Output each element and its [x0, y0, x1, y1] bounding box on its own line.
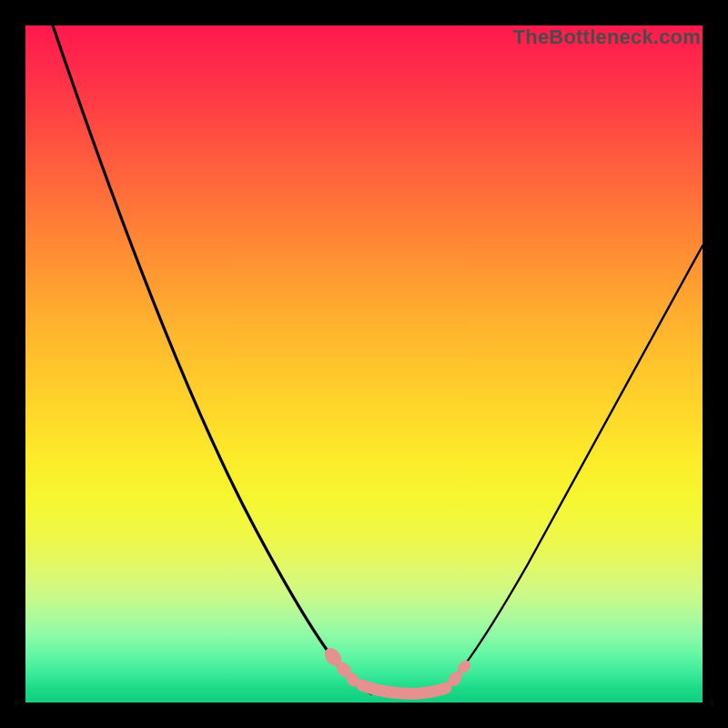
left-curve [53, 25, 371, 693]
right-curve [446, 246, 703, 688]
valley-floor [362, 685, 446, 693]
left-marker-cluster [321, 644, 362, 689]
chart-frame: TheBottleneck.com [0, 0, 728, 728]
curve-layer [0, 0, 728, 728]
right-marker-cluster [445, 658, 473, 689]
